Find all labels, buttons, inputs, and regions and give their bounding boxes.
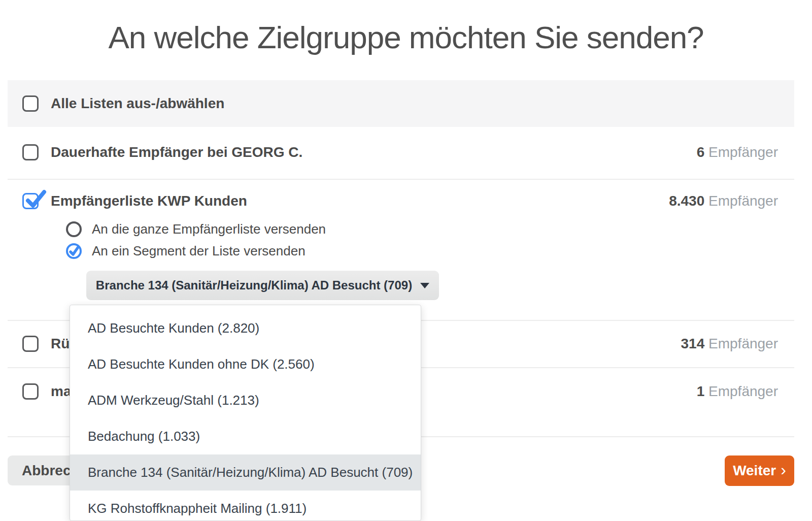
- radio-unselected-icon[interactable]: [66, 221, 82, 237]
- recipient-count-number: 6: [697, 144, 705, 160]
- segment-menu-item[interactable]: AD Besuchte Kunden ohne DK (2.560): [70, 346, 421, 382]
- next-button-label: Weiter: [733, 463, 776, 479]
- list-checkbox-checked[interactable]: [22, 193, 39, 209]
- list-name: ma: [51, 383, 71, 400]
- segment-dropdown-selected-label: Branche 134 (Sanitär/Heizung/Klima) AD B…: [96, 278, 412, 292]
- checkmark-icon: [24, 189, 47, 211]
- list-checkbox[interactable]: [22, 336, 39, 352]
- list-checkbox[interactable]: [22, 144, 39, 160]
- row-divider: [8, 179, 794, 180]
- recipient-count: 8.430 Empfänger: [669, 193, 778, 209]
- select-all-label: Alle Listen aus-/abwählen: [51, 95, 224, 112]
- recipient-count-number: 314: [681, 336, 705, 351]
- segment-dropdown-toggle[interactable]: Branche 134 (Sanitär/Heizung/Klima) AD B…: [86, 271, 439, 300]
- select-all-row: Alle Listen aus-/abwählen: [8, 80, 794, 127]
- recipient-count-suffix: Empfänger: [708, 193, 778, 209]
- list-checkbox[interactable]: [22, 383, 39, 400]
- list-row-dauerhafte-empfaenger: Dauerhafte Empfänger bei GEORG C. 6 Empf…: [8, 126, 794, 179]
- recipient-count-suffix: Empfänger: [708, 336, 778, 351]
- next-button[interactable]: Weiter ›: [725, 455, 794, 486]
- caret-down-icon: [420, 283, 429, 288]
- list-name: Rü: [51, 336, 70, 352]
- radio-check-icon: [69, 246, 80, 257]
- list-row-kwp-kunden: Empfängerliste KWP Kunden 8.430 Empfänge…: [8, 191, 794, 211]
- list-name: Dauerhafte Empfänger bei GEORG C.: [51, 144, 302, 160]
- recipient-count-suffix: Empfänger: [708, 144, 778, 160]
- radio-full-list-label: An die ganze Empfängerliste versenden: [92, 221, 326, 237]
- recipient-count: 1 Empfänger: [697, 383, 778, 400]
- segment-menu-item-selected[interactable]: Branche 134 (Sanitär/Heizung/Klima) AD B…: [70, 454, 421, 491]
- recipient-count: 314 Empfänger: [681, 336, 778, 352]
- radio-option-full-list[interactable]: An die ganze Empfängerliste versenden: [66, 220, 326, 238]
- audience-selection-page: An welche Zielgruppe möchten Sie senden?…: [0, 0, 812, 521]
- segment-menu-item[interactable]: Bedachung (1.033): [70, 418, 421, 454]
- recipient-count-number: 1: [697, 383, 705, 399]
- segment-menu-item[interactable]: KG Rohstoffknappheit Mailing (1.911): [70, 491, 421, 521]
- radio-segment-label: An ein Segment der Liste versenden: [92, 243, 306, 259]
- segment-dropdown-menu: AD Besuchte Kunden (2.820) AD Besuchte K…: [70, 305, 421, 521]
- recipient-count: 6 Empfänger: [697, 144, 778, 160]
- page-title: An welche Zielgruppe möchten Sie senden?: [0, 19, 812, 55]
- segment-menu-item[interactable]: ADM Werkzeug/Stahl (1.213): [70, 382, 421, 418]
- recipient-count-suffix: Empfänger: [708, 383, 778, 399]
- segment-menu-item[interactable]: AD Besuchte Kunden (2.820): [70, 310, 421, 346]
- recipient-count-number: 8.430: [669, 193, 704, 209]
- list-name: Empfängerliste KWP Kunden: [51, 193, 247, 209]
- radio-option-segment[interactable]: An ein Segment der Liste versenden: [66, 242, 306, 260]
- radio-selected-icon[interactable]: [66, 243, 82, 259]
- select-all-checkbox[interactable]: [22, 95, 39, 112]
- chevron-right-icon: ›: [781, 462, 786, 478]
